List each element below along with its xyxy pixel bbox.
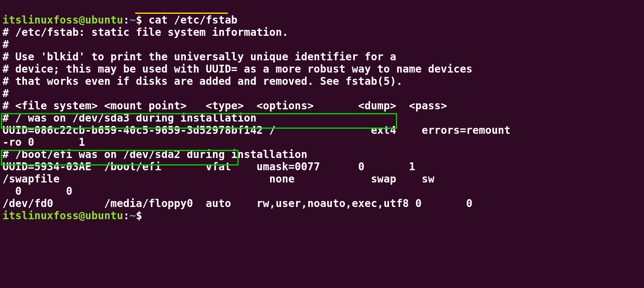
output-line: -ro 0 1 xyxy=(3,136,85,148)
prompt-dollar: $ xyxy=(136,209,148,222)
prompt-path: ~ xyxy=(130,209,136,222)
prompt-user: itslinuxfoss xyxy=(3,209,79,222)
output-line: # Use 'blkid' to print the universally u… xyxy=(3,51,396,63)
fstab-root-highlighted: UUID=086c22cb-b659-40c5-9659-3d52978bf14… xyxy=(3,124,396,136)
prompt-host: ubuntu xyxy=(85,209,123,222)
fstab-root-tail: errors=remount xyxy=(396,124,511,136)
output-line: UUID=5934-03AE /boot/efi vfat umask=0077… xyxy=(3,160,415,173)
prompt-colon: : xyxy=(123,209,130,222)
prompt-line-2: itslinuxfoss@ubuntu:~$ xyxy=(3,209,149,222)
prompt-dollar: $ xyxy=(136,14,148,26)
output-line: /dev/fd0 /media/floppy0 auto rw,user,noa… xyxy=(3,197,473,209)
output-line: # <file system> <mount point> <type> <op… xyxy=(3,100,447,112)
output-line: # xyxy=(3,87,9,100)
output-line: # device; this may be used with UUID= as… xyxy=(3,63,473,75)
output-line: # /etc/fstab: static file system informa… xyxy=(3,26,288,38)
output-line: /swapfile none swap sw xyxy=(3,173,460,185)
fstab-efi-highlighted: UUID=5934-03AE /boot/efi vfat xyxy=(3,160,231,173)
output-line: UUID=086c22cb-b659-40c5-9659-3d52978bf14… xyxy=(3,124,511,136)
prompt-at: @ xyxy=(79,14,85,26)
output-line: # / was on /dev/sda3 during installation xyxy=(3,112,257,124)
command-text: cat /etc/fstab xyxy=(149,14,238,26)
fstab-efi-tail: umask=0077 0 1 xyxy=(231,160,415,173)
prompt-path: ~ xyxy=(130,14,136,26)
output-line: 0 0 xyxy=(3,185,72,197)
prompt-host: ubuntu xyxy=(85,14,123,26)
output-line: # /boot/efi was on /dev/sda2 during inst… xyxy=(3,148,307,160)
output-line: # xyxy=(3,38,9,51)
prompt-colon: : xyxy=(123,14,130,26)
prompt-line-1: itslinuxfoss@ubuntu:~$ cat /etc/fstab xyxy=(3,14,237,26)
output-line: # that works even if disks are added and… xyxy=(3,75,402,87)
terminal-window[interactable]: itslinuxfoss@ubuntu:~$ cat /etc/fstab # … xyxy=(0,0,644,222)
prompt-at: @ xyxy=(79,209,85,222)
prompt-user: itslinuxfoss xyxy=(3,14,79,26)
